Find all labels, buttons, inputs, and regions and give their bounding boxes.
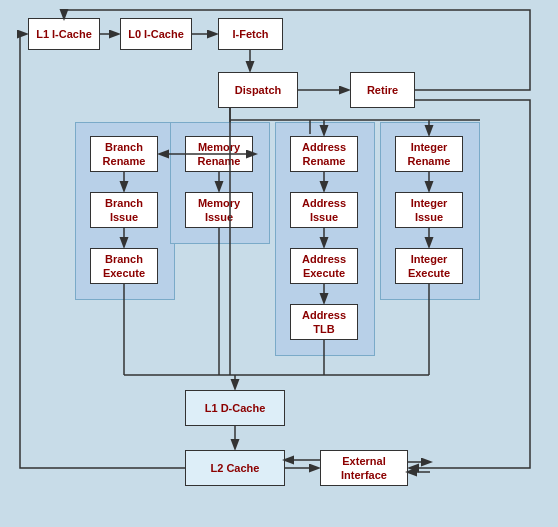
memory-issue-box: MemoryIssue — [185, 192, 253, 228]
address-issue-box: AddressIssue — [290, 192, 358, 228]
integer-rename-box: IntegerRename — [395, 136, 463, 172]
dispatch-box: Dispatch — [218, 72, 298, 108]
retire-box: Retire — [350, 72, 415, 108]
external-interface-box: ExternalInterface — [320, 450, 408, 486]
integer-execute-box: IntegerExecute — [395, 248, 463, 284]
l1-icache-box: L1 I-Cache — [28, 18, 100, 50]
address-execute-box: AddressExecute — [290, 248, 358, 284]
l1-dcache-box: L1 D-Cache — [185, 390, 285, 426]
l2-cache-box: L2 Cache — [185, 450, 285, 486]
integer-issue-box: IntegerIssue — [395, 192, 463, 228]
branch-execute-box: BranchExecute — [90, 248, 158, 284]
memory-rename-box: MemoryRename — [185, 136, 253, 172]
l0-icache-box: L0 I-Cache — [120, 18, 192, 50]
diagram: L1 I-Cache L0 I-Cache I-Fetch Dispatch R… — [0, 0, 558, 527]
branch-rename-box: BranchRename — [90, 136, 158, 172]
branch-issue-box: BranchIssue — [90, 192, 158, 228]
address-tlb-box: AddressTLB — [290, 304, 358, 340]
address-rename-box: AddressRename — [290, 136, 358, 172]
ifetch-box: I-Fetch — [218, 18, 283, 50]
